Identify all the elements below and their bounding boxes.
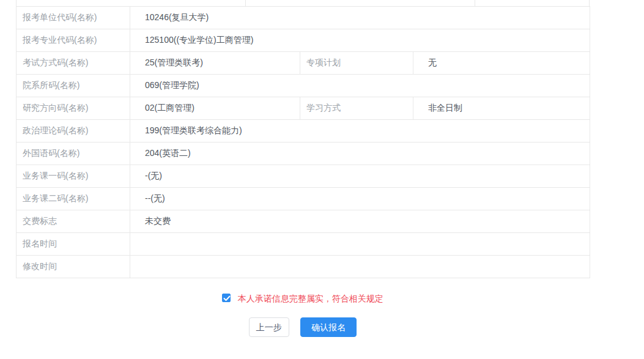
field-label: 专项计划	[300, 52, 413, 75]
cell-divider	[475, 0, 475, 6]
table-row: 政治理论码(名称)199(管理类联考综合能力)	[17, 120, 590, 142]
field-value: 25(管理类联考)	[130, 52, 300, 75]
field-label: 研究方向码(名称)	[17, 97, 130, 120]
previous-row-fragment	[16, 0, 590, 6]
field-value: 02(工商管理)	[130, 97, 300, 120]
table-row: 报考单位代码(名称)10246(复旦大学)	[17, 7, 590, 29]
field-value: -(无)	[130, 165, 590, 188]
field-value: 未交费	[130, 210, 590, 233]
table-row: 考试方式码(名称)25(管理类联考)专项计划无	[17, 52, 590, 75]
table-row: 业务课一码(名称)-(无)	[17, 165, 590, 188]
field-label: 学习方式	[300, 97, 413, 120]
table-row: 研究方向码(名称)02(工商管理)学习方式非全日制	[17, 97, 590, 120]
field-value: 10246(复旦大学)	[130, 7, 590, 29]
cell-divider	[245, 0, 246, 6]
table-row: 报考专业代码(名称)125100((专业学位)工商管理)	[17, 29, 590, 52]
field-value	[130, 233, 590, 256]
field-value	[130, 256, 590, 278]
field-label: 交费标志	[17, 210, 130, 233]
agreement-statement: 本人承诺信息完整属实，符合相关规定	[238, 294, 383, 303]
field-label: 报考专业代码(名称)	[17, 29, 130, 52]
field-value: 125100((专业学位)工商管理)	[130, 29, 590, 52]
field-value: 199(管理类联考综合能力)	[130, 120, 590, 142]
confirm-registration-button[interactable]: 确认报名	[300, 317, 357, 337]
field-label: 业务课二码(名称)	[17, 188, 130, 210]
table-row: 业务课二码(名称)--(无)	[17, 188, 590, 210]
table-row: 院系所码(名称)069(管理学院)	[17, 75, 590, 97]
table-row: 报名时间	[17, 233, 590, 256]
action-buttons: 上一步 确认报名	[16, 317, 590, 337]
registration-info-table: 报考单位代码(名称)10246(复旦大学)报考专业代码(名称)125100((专…	[16, 6, 590, 278]
field-label: 政治理论码(名称)	[17, 120, 130, 142]
field-label: 院系所码(名称)	[17, 75, 130, 97]
content-area: 报考单位代码(名称)10246(复旦大学)报考专业代码(名称)125100((专…	[16, 0, 590, 337]
field-value: 069(管理学院)	[130, 75, 590, 97]
registration-confirm-page: 报考单位代码(名称)10246(复旦大学)报考专业代码(名称)125100((专…	[0, 0, 644, 359]
field-label: 业务课一码(名称)	[17, 165, 130, 188]
field-label: 考试方式码(名称)	[17, 52, 130, 75]
field-label: 外国语码(名称)	[17, 142, 130, 165]
field-label: 报考单位代码(名称)	[17, 7, 130, 29]
check-icon	[223, 295, 231, 302]
confirmation-line: 本人承诺信息完整属实，符合相关规定	[16, 292, 590, 304]
table-row: 外国语码(名称)204(英语二)	[17, 142, 590, 165]
field-value: 无	[413, 52, 590, 75]
registration-table-body: 报考单位代码(名称)10246(复旦大学)报考专业代码(名称)125100((专…	[17, 7, 590, 278]
field-value: 204(英语二)	[130, 142, 590, 165]
table-row: 修改时间	[17, 256, 590, 278]
field-label: 报名时间	[17, 233, 130, 256]
table-row: 交费标志未交费	[17, 210, 590, 233]
field-value: 非全日制	[413, 97, 590, 120]
field-label: 修改时间	[17, 256, 130, 278]
agreement-checkbox[interactable]	[222, 294, 231, 302]
previous-step-button[interactable]: 上一步	[249, 317, 289, 337]
field-value: --(无)	[130, 188, 590, 210]
